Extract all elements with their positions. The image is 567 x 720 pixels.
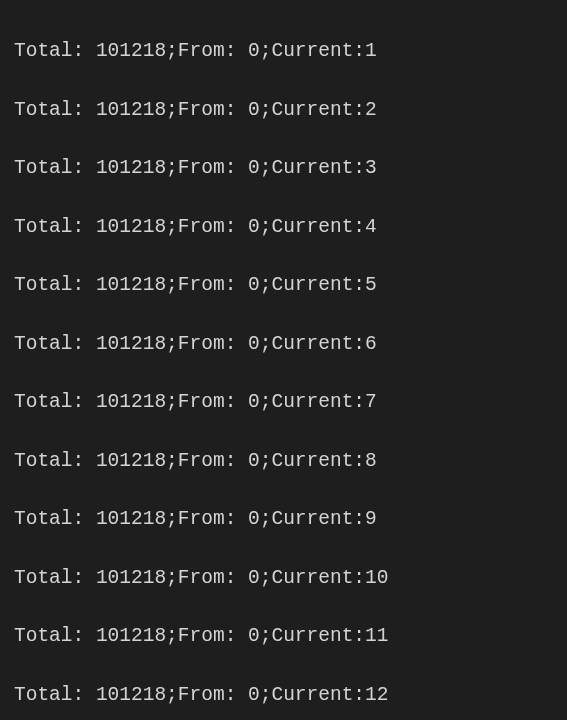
output-line: Total: 101218;From: 0;Current:9 <box>14 505 557 534</box>
output-line: Total: 101218;From: 0;Current:11 <box>14 622 557 651</box>
output-line: Total: 101218;From: 0;Current:8 <box>14 447 557 476</box>
output-line: Total: 101218;From: 0;Current:6 <box>14 330 557 359</box>
output-line: Total: 101218;From: 0;Current:10 <box>14 564 557 593</box>
output-line: Total: 101218;From: 0;Current:5 <box>14 271 557 300</box>
output-line: Total: 101218;From: 0;Current:4 <box>14 213 557 242</box>
output-line: Total: 101218;From: 0;Current:1 <box>14 37 557 66</box>
output-line: Total: 101218;From: 0;Current:12 <box>14 681 557 710</box>
terminal-output[interactable]: Total: 101218;From: 0;Current:1 Total: 1… <box>0 0 567 720</box>
output-line: Total: 101218;From: 0;Current:7 <box>14 388 557 417</box>
output-line: Total: 101218;From: 0;Current:3 <box>14 154 557 183</box>
output-line: Total: 101218;From: 0;Current:2 <box>14 96 557 125</box>
